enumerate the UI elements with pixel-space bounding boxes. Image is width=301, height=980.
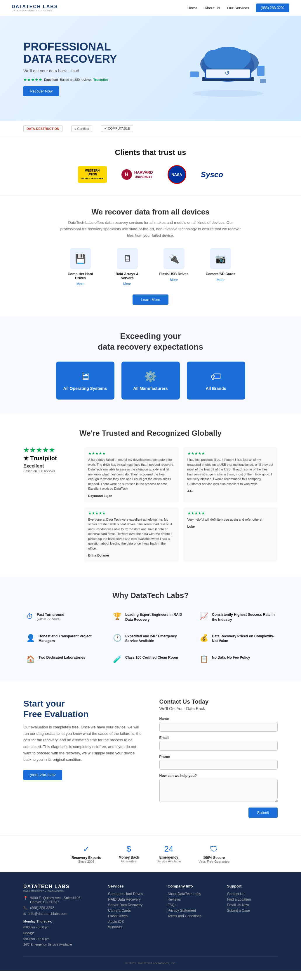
badge-emergency: 24 Emergency Service Available (156, 844, 181, 863)
learn-more-button[interactable]: Learn More (132, 294, 168, 305)
trustpilot-reviews: Based on 880 reviews (23, 469, 76, 473)
cta-heading: Start your Free Evaluation (23, 698, 142, 719)
trust-section: Clients that trust us WESTERNUNIONMONEY … (0, 136, 301, 196)
trustpilot-brand: ★ Trustpilot (23, 455, 76, 462)
camera-more[interactable]: More (217, 278, 225, 282)
hero-section: PROFESSIONAL DATA RECOVERY We'll get you… (0, 16, 301, 121)
cta-phone-button[interactable]: (888) 288-3292 (23, 770, 62, 780)
devices-description: DataTech Labs offers data recovery servi… (60, 220, 241, 239)
submit-button[interactable]: Submit (248, 808, 278, 818)
flash-label: Flash/USB Drives (156, 272, 191, 276)
footer-service-7[interactable]: Windows (108, 925, 159, 929)
review-2-author: J.C. (188, 489, 193, 493)
expedited-icon: 🕐 (113, 634, 122, 642)
badge-2-title: Money Back (118, 855, 139, 859)
footer-support-4[interactable]: Submit a Case (227, 908, 278, 913)
name-input[interactable] (159, 722, 278, 732)
device-flash-usb: 🔌 Flash/USB Drives More (156, 248, 191, 286)
review-1-author: Raymond Lujan (88, 494, 112, 498)
footer-company-2[interactable]: Reviews (167, 897, 218, 902)
nav-services[interactable]: Our Services (227, 6, 249, 10)
why-item-1: ⏱ Fast Turnaround(within 72 hours) (23, 609, 104, 625)
footer-support-2[interactable]: Find a Location (227, 897, 278, 902)
footer-company-5[interactable]: Terms and Conditions (167, 914, 218, 918)
badge-money-back: $ Money Back Guarantee (118, 844, 139, 863)
western-union-logo: WESTERNUNIONMONEY TRANSFER (78, 166, 107, 182)
hero-illustration: ↺ (184, 37, 272, 101)
os-label: All Operating Systems (63, 386, 107, 391)
trusted-heading: We're Trusted and Recognized Globally (23, 429, 278, 438)
help-textarea[interactable] (159, 779, 278, 802)
partner-1: DATA-DESTRUCTION (23, 126, 62, 132)
success-rate-icon: 📈 (200, 612, 209, 620)
hero-subtitle: We'll get your data back... fast! (23, 68, 117, 73)
review-1: ★★★★★ A hard drive failed in one of my d… (84, 447, 179, 502)
badge-secure: 🛡 100% Secure Virus-Free Guarantee (199, 844, 229, 863)
footer-company-1[interactable]: About DataTech Labs (167, 892, 218, 896)
clean-room-icon: 🧪 (113, 655, 122, 663)
device-camera-sd: 📷 Camera/SD Cards More (203, 248, 238, 286)
footer-hours: Monday-Thursday: 8:00 am - 5:00 pm Frida… (23, 919, 99, 948)
why-title-2: Leading Expert Engineers in RAID Data Re… (125, 612, 188, 622)
flash-more[interactable]: More (170, 278, 178, 282)
nav-home[interactable]: Home (188, 6, 197, 10)
review-3-stars: ★★★★★ (88, 511, 175, 515)
footer-company-3[interactable]: FAQs (167, 903, 218, 907)
secure-icon: 🛡 (199, 844, 229, 854)
why-title-5: Expedited and 24/7 Emergency Service Ava… (125, 634, 188, 644)
badge-1-sub: Since 2003 (72, 860, 101, 863)
devices-grid: 💾 Computer Hard Drives More 🖥 Raid Array… (23, 248, 278, 286)
footer-service-3[interactable]: Server Data Recovery (108, 903, 159, 907)
tp-star-4 (43, 447, 48, 453)
partner-3: ✔ COMPUTABLE (101, 125, 133, 132)
footer-service-1[interactable]: Computer Hard Drives (108, 892, 159, 896)
hero-title: PROFESSIONAL DATA RECOVERY (23, 41, 117, 65)
badge-1-title: Recovery Experts (72, 856, 101, 860)
tp-star-2 (30, 447, 36, 453)
svg-point-4 (204, 50, 223, 68)
footer-service-6[interactable]: Apple iOS (108, 920, 159, 924)
footer: DATATECH LABS DATA RECOVERY ENGINEERS 📍 … (0, 872, 301, 970)
footer-company-4[interactable]: Privacy Statement (167, 908, 218, 913)
badge-4-sub: Virus-Free Guarantee (199, 860, 229, 863)
raid-more[interactable]: More (123, 282, 131, 286)
review-3-author: Brina Dolaner (88, 554, 109, 557)
camera-label: Camera/SD Cards (203, 272, 238, 276)
pricing-icon: 💰 (200, 634, 209, 642)
badge-recovery-experts: ✓ Recovery Experts Since 2003 (72, 844, 101, 863)
hard-drives-more[interactable]: More (76, 282, 84, 286)
footer-support-1[interactable]: Contact Us (227, 892, 278, 896)
email-input[interactable] (159, 741, 278, 751)
raid-icon: 🖥 (117, 248, 138, 269)
footer-company-info-col: Company Info About DataTech Labs Reviews… (167, 884, 218, 948)
why-title-9: No Data, No Fee Policy (212, 655, 250, 660)
footer-service-4[interactable]: Camera Cards (108, 908, 159, 913)
form-group-phone: Phone (159, 755, 278, 770)
form-group-name: Name (159, 717, 278, 732)
phone-button[interactable]: (888) 288-3292 (256, 3, 289, 12)
badge-3-title: Emergency (156, 855, 181, 859)
hero-image: ↺ (178, 33, 278, 103)
phone-input[interactable] (159, 760, 278, 770)
review-4-author: Luke (188, 525, 195, 528)
trustpilot-label: Trustpilot (94, 78, 108, 81)
footer-support-3[interactable]: Email Us Now (227, 903, 278, 907)
review-2-text: I had lost precious files. I thought I h… (188, 457, 274, 486)
cta-body: Our evaluation is completely free. Once … (23, 724, 142, 763)
svg-text:↺: ↺ (225, 70, 230, 76)
svg-point-5 (234, 49, 251, 66)
recover-now-button[interactable]: Recover Now (23, 86, 59, 96)
why-title-6: Data Recovery Priced on Complexity-Not V… (212, 634, 275, 644)
brands-label: All Brands (194, 386, 238, 391)
card-brands: 🏷 All Brands (187, 361, 245, 399)
review-1-stars: ★★★★★ (88, 451, 175, 455)
device-raid-servers: 🖥 Raid Arrays & Servers More (110, 248, 145, 286)
footer-email: ✉ info@datateachlabs.com (23, 912, 99, 916)
tp-star-5 (49, 447, 55, 453)
footer-service-5[interactable]: Flash Drives (108, 914, 159, 918)
footer-service-2[interactable]: RAID Data Recovery (108, 897, 159, 902)
why-section: Why DataTech Labs? ⏱ Fast Turnaround(wit… (0, 576, 301, 681)
nav-about[interactable]: About Us (204, 6, 220, 10)
footer-grid: DATATECH LABS DATA RECOVERY ENGINEERS 📍 … (23, 884, 278, 948)
harvard-logo: H HARVARDUNIVERSITY (121, 169, 153, 180)
